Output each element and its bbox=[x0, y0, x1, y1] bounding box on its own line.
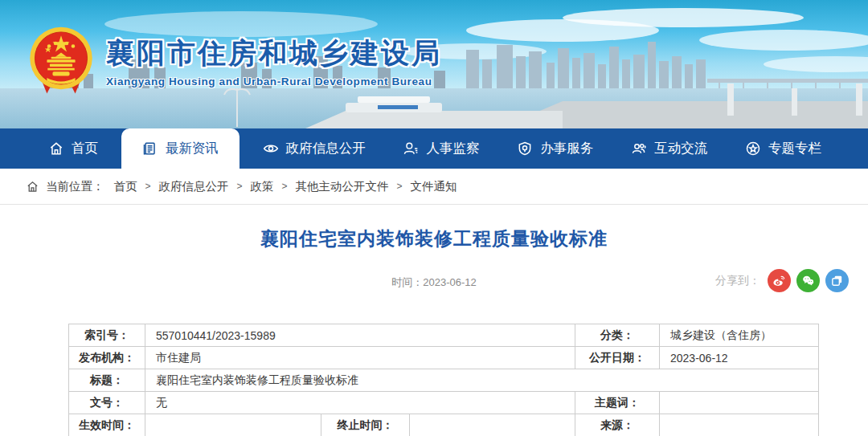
nav-item-label: 首页 bbox=[72, 140, 98, 157]
nav-item-label: 办事服务 bbox=[540, 140, 593, 157]
publisher-label: 发布机构： bbox=[69, 347, 145, 369]
article-meta: 时间：2023-06-12 分享到： bbox=[0, 269, 868, 295]
nav-item-services[interactable]: 办事服务 bbox=[502, 128, 608, 169]
breadcrumb-item-other-public-docs[interactable]: 其他主动公开文件 bbox=[296, 179, 389, 194]
breadcrumb: 当前位置： 首页 > 政府信息公开 > 政策 > 其他主动公开文件 > 文件通知 bbox=[0, 169, 868, 205]
breadcrumb-item-policy[interactable]: 政策 bbox=[251, 179, 274, 194]
doc-title-value: 襄阳住宅室内装饰装修工程质量验收标准 bbox=[145, 369, 819, 392]
source-label: 来源： bbox=[575, 414, 660, 436]
time-value: 2023-06-12 bbox=[423, 276, 477, 288]
keywords-label: 主题词： bbox=[575, 392, 660, 414]
source-value bbox=[660, 414, 819, 436]
home-icon bbox=[48, 141, 64, 157]
shield-icon bbox=[517, 141, 533, 157]
nav-item-home[interactable]: 首页 bbox=[34, 128, 113, 169]
wechat-icon bbox=[801, 274, 815, 287]
main-nav: 首页 最新资讯 政府信息公开 人事监察 办事服务 bbox=[0, 128, 868, 169]
category-label: 分类： bbox=[575, 324, 660, 347]
index-number-label: 索引号： bbox=[69, 324, 145, 347]
breadcrumb-item-doc-notice[interactable]: 文件通知 bbox=[411, 179, 457, 194]
page-title: 襄阳住宅室内装饰装修工程质量验收标准 bbox=[0, 226, 868, 251]
breadcrumb-separator: > bbox=[282, 181, 288, 192]
copy-icon bbox=[830, 274, 844, 287]
index-number-value: 557010441/2023-15989 bbox=[145, 324, 575, 347]
home-icon bbox=[26, 180, 39, 194]
share-copy-button[interactable] bbox=[825, 269, 849, 292]
nav-item-label: 互动交流 bbox=[654, 140, 707, 157]
nav-item-news[interactable]: 最新资讯 bbox=[121, 128, 240, 169]
breadcrumb-item-gov-info[interactable]: 政府信息公开 bbox=[159, 179, 229, 194]
keywords-value bbox=[660, 392, 819, 414]
brand-text: 襄阳市住房和城乡建设局 Xiangyang Housing and Urban-… bbox=[106, 35, 442, 88]
header-banner: 襄阳市住房和城乡建设局 Xiangyang Housing and Urban-… bbox=[0, 0, 868, 128]
site-subtitle: Xiangyang Housing and Urban-Rural Develo… bbox=[106, 75, 442, 88]
publisher-value: 市住建局 bbox=[145, 347, 575, 369]
effective-date-label: 生效时间： bbox=[69, 414, 145, 436]
nav-item-label: 专题专栏 bbox=[768, 140, 821, 157]
expiry-date-value bbox=[410, 414, 575, 436]
star-badge-icon bbox=[745, 141, 761, 157]
time-label: 时间： bbox=[391, 276, 423, 288]
share-wechat-button[interactable] bbox=[796, 269, 820, 292]
nav-item-interaction[interactable]: 互动交流 bbox=[616, 128, 722, 169]
share-label: 分享到： bbox=[715, 274, 760, 288]
share-bar: 分享到： bbox=[715, 269, 849, 292]
page: 襄阳市住房和城乡建设局 Xiangyang Housing and Urban-… bbox=[0, 0, 868, 436]
doc-title-label: 标题： bbox=[69, 369, 145, 392]
publish-date-label: 公开日期： bbox=[575, 347, 660, 369]
nav-item-personnel[interactable]: 人事监察 bbox=[388, 128, 493, 169]
breadcrumb-separator: > bbox=[397, 181, 403, 192]
effective-date-value bbox=[145, 414, 321, 436]
share-weibo-button[interactable] bbox=[768, 269, 791, 292]
breadcrumb-item-home[interactable]: 首页 bbox=[114, 179, 137, 194]
table-row: 文号： 无 主题词： bbox=[69, 392, 819, 414]
doc-number-value: 无 bbox=[145, 392, 575, 414]
brand: 襄阳市住房和城乡建设局 Xiangyang Housing and Urban-… bbox=[26, 24, 442, 98]
table-row: 标题： 襄阳住宅室内装饰装修工程质量验收标准 bbox=[69, 369, 819, 392]
nav-item-gov-info[interactable]: 政府信息公开 bbox=[248, 128, 380, 169]
weibo-icon bbox=[772, 274, 786, 287]
breadcrumb-separator: > bbox=[237, 181, 243, 192]
table-row: 发布机构： 市住建局 公开日期： 2023-06-12 bbox=[69, 347, 819, 369]
expiry-date-label: 终止时间： bbox=[321, 414, 410, 436]
nav-item-label: 政府信息公开 bbox=[286, 140, 366, 157]
table-row: 生效时间： 终止时间： 来源： bbox=[69, 414, 819, 436]
doc-number-label: 文号： bbox=[69, 392, 145, 414]
nav-item-label: 最新资讯 bbox=[166, 140, 219, 157]
publish-date-value: 2023-06-12 bbox=[660, 347, 819, 369]
news-icon bbox=[142, 141, 158, 157]
nav-item-label: 人事监察 bbox=[426, 140, 479, 157]
category-value: 城乡建设（含住房） bbox=[660, 324, 819, 347]
breadcrumb-prefix: 当前位置： bbox=[46, 179, 104, 194]
nav-item-special-topics[interactable]: 专题专栏 bbox=[731, 128, 836, 169]
eye-icon bbox=[263, 141, 279, 157]
document-info-table: 索引号： 557010441/2023-15989 分类： 城乡建设（含住房） … bbox=[68, 324, 868, 436]
national-emblem-logo bbox=[26, 24, 96, 98]
breadcrumb-separator: > bbox=[145, 181, 151, 192]
site-title: 襄阳市住房和城乡建设局 bbox=[106, 35, 442, 72]
table-row: 索引号： 557010441/2023-15989 分类： 城乡建设（含住房） bbox=[69, 324, 819, 347]
people-chat-icon bbox=[631, 141, 647, 157]
person-icon bbox=[403, 141, 419, 157]
